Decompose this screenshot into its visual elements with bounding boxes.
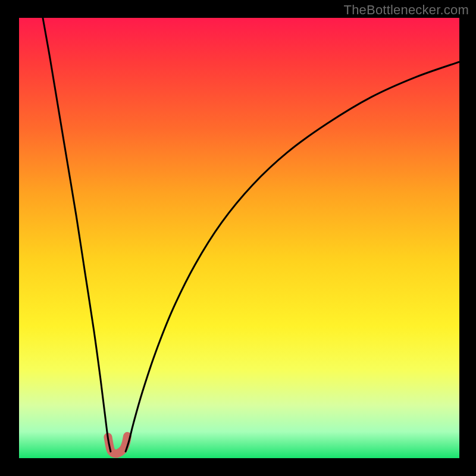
- chart-frame: { "watermark": "TheBottlenecker.com", "c…: [0, 0, 476, 476]
- bottleneck-chart: [0, 0, 476, 476]
- watermark-text: TheBottlenecker.com: [344, 2, 469, 18]
- gradient-background: [19, 18, 459, 458]
